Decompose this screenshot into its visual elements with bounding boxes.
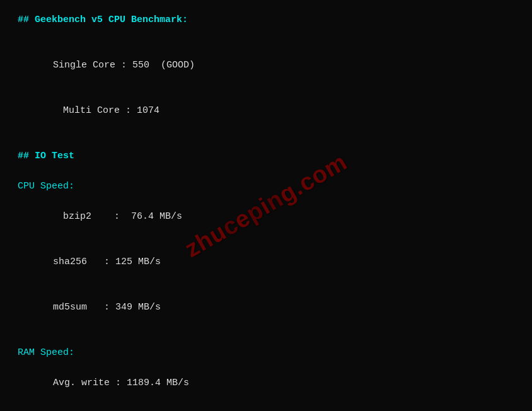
- terminal-container: zhuceping.com ## Geekbench v5 CPU Benchm…: [0, 0, 532, 411]
- avg-read-line: Avg. read : 2969.6 MB/s: [18, 406, 514, 411]
- ram-speed-label: RAM Speed:: [18, 345, 514, 361]
- bzip2-value: 76.4 MB/s: [131, 211, 182, 222]
- spacer-2: [18, 134, 514, 149]
- avg-write-label: Avg. write :: [53, 378, 127, 388]
- bzip2-label: bzip2 :: [63, 211, 131, 222]
- md5sum-label: md5sum :: [53, 302, 115, 313]
- single-core-separator: :: [115, 60, 132, 71]
- spacer-3: [18, 164, 514, 179]
- sha256-label: sha256 :: [53, 257, 115, 267]
- spacer-4: [18, 330, 514, 345]
- bzip2-line: bzip2 : 76.4 MB/s: [18, 194, 514, 240]
- multi-core-separator: :: [120, 105, 137, 116]
- spacer-1: [18, 28, 514, 43]
- single-core-line: Single Core : 550 (GOOD): [18, 43, 514, 88]
- single-core-rating: (GOOD): [149, 60, 195, 71]
- multi-core-line: Multi Core : 1074: [18, 88, 514, 134]
- avg-write-line: Avg. write : 1189.4 MB/s: [18, 361, 514, 406]
- sha256-line: sha256 : 125 MB/s: [18, 240, 514, 285]
- md5sum-value: 349 MB/s: [115, 302, 161, 313]
- single-core-value: 550: [132, 60, 149, 71]
- multi-core-label: Multi Core: [63, 105, 120, 116]
- avg-write-value: 1189.4 MB/s: [127, 378, 189, 388]
- cpu-speed-label: CPU Speed:: [18, 179, 514, 194]
- geekbench-header: ## Geekbench v5 CPU Benchmark:: [18, 13, 514, 28]
- md5sum-line: md5sum : 349 MB/s: [18, 285, 514, 330]
- single-core-label: Single Core: [53, 60, 115, 71]
- sha256-value: 125 MB/s: [115, 257, 161, 267]
- multi-core-value: 1074: [137, 105, 159, 116]
- io-test-header: ## IO Test: [18, 149, 514, 164]
